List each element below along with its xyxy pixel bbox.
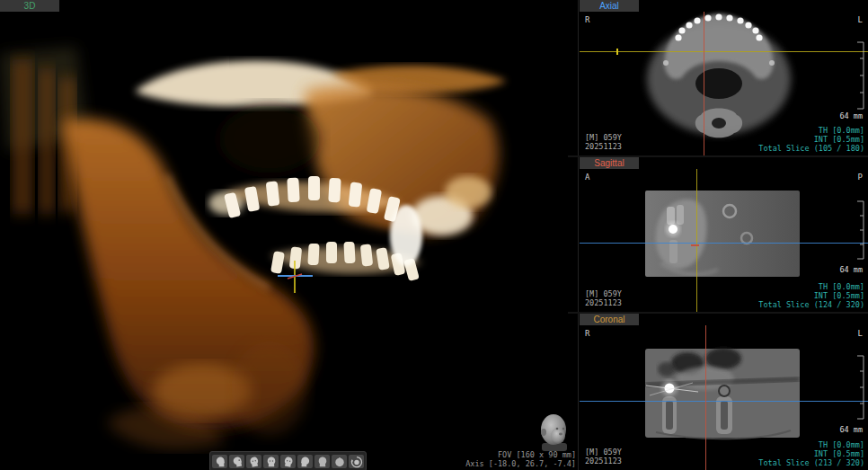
axis-readout: Axis [-18.0, 26.7, -7.4] (465, 460, 576, 469)
total-slice-readout: Total Slice (105 / 180) (758, 144, 864, 153)
cbct-viewer-window: 3D (0, 0, 868, 470)
tab-axial[interactable]: Axial (580, 0, 639, 12)
total-slice-readout: Total Slice (124 / 320) (758, 300, 864, 309)
patient-sex-age: [M] 059Y (585, 289, 622, 298)
sagittal-scale-ruler (856, 200, 867, 260)
orient-head-profile-right-button[interactable] (297, 455, 313, 468)
head-front-icon (265, 456, 278, 468)
total-slice-readout: Total Slice (213 / 320) (758, 458, 864, 467)
tab-coronal-label: Coronal (593, 315, 624, 324)
study-date: 20251123 (585, 298, 622, 307)
thickness-readout: TH [0.0mm] (758, 440, 864, 449)
head-back-icon (316, 456, 329, 468)
reset-rotation-button[interactable] (349, 455, 364, 468)
axial-sagittal-reference-line[interactable] (704, 12, 704, 155)
orient-head-front-tilt-right-button[interactable] (280, 455, 296, 468)
head-front-tilt-right-icon (282, 456, 295, 468)
coronal-slice-readout: TH [0.0mm] INT [0.5mm] Total Slice (213 … (758, 440, 864, 467)
thickness-readout: TH [0.0mm] (758, 126, 864, 135)
orient-head-three-quarter-left-button[interactable] (229, 455, 244, 468)
tab-coronal[interactable]: Coronal (580, 314, 639, 325)
head-three-quarter-left-icon (231, 456, 244, 468)
3d-viewport[interactable]: 3D (0, 0, 580, 470)
head-front-tilt-left-icon (248, 456, 261, 468)
orient-head-back-button[interactable] (314, 455, 330, 468)
orientation-toolbar (209, 451, 367, 470)
coronal-sagittal-reference-line[interactable] (705, 325, 706, 470)
orientation-head-indicator[interactable] (534, 409, 574, 451)
orient-head-front-button[interactable] (263, 455, 279, 468)
patient-sex-age: [M] 059Y (585, 448, 622, 457)
interval-readout: INT [0.5mm] (758, 291, 864, 300)
coronal-axial-reference-line[interactable] (580, 401, 868, 402)
fov-axis-readout: FOV [160 x 90 mm] Axis [-18.0, 26.7, -7.… (465, 451, 576, 468)
axial-reference-tick (616, 49, 618, 55)
sagittal-scale-label: 64 mm (839, 265, 863, 274)
axial-panel[interactable]: Axial R L 64 mm [M] 059Y 20251123 TH [0.… (580, 0, 868, 155)
head-profile-left-icon (214, 456, 226, 468)
orient-head-top-button[interactable] (332, 455, 347, 468)
skull-volume (0, 47, 507, 449)
axial-slice-readout: TH [0.0mm] INT [0.5mm] Total Slice (105 … (758, 126, 864, 153)
coronal-panel[interactable]: Coronal R L 64 mm [M] 059Y 20251123 TH [… (580, 314, 868, 470)
sagittal-reference-tick (691, 244, 699, 246)
sagittal-patient-info: [M] 059Y 20251123 (585, 289, 622, 307)
axial-coronal-reference-line[interactable] (580, 51, 868, 52)
coronal-orientation-left-label: R (585, 329, 589, 338)
patient-sex-age: [M] 059Y (585, 133, 622, 142)
axial-orientation-left-label: R (585, 15, 589, 24)
head-profile-right-icon (299, 456, 312, 468)
orient-head-front-tilt-left-button[interactable] (246, 455, 261, 468)
coronal-scale-label: 64 mm (839, 425, 863, 434)
axial-scale-label: 64 mm (839, 111, 863, 120)
axial-orientation-right-label: L (858, 15, 863, 24)
sagittal-orientation-anterior-label: A (585, 173, 589, 182)
sagittal-slice-readout: TH [0.0mm] INT [0.5mm] Total Slice (124 … (758, 282, 864, 309)
coronal-orientation-right-label: L (858, 329, 863, 338)
sagittal-axial-reference-line[interactable] (580, 243, 868, 244)
tab-3d[interactable]: 3D (0, 0, 59, 12)
thickness-readout: TH [0.0mm] (758, 282, 864, 291)
sagittal-panel[interactable]: Sagittal A P 64 mm [M] 059Y 20251123 TH … (580, 157, 868, 312)
tab-sagittal[interactable]: Sagittal (580, 157, 639, 169)
3d-volume-render (0, 0, 580, 470)
head-top-icon (333, 456, 346, 468)
axial-scale-ruler (856, 41, 867, 110)
orient-head-profile-left-button[interactable] (212, 455, 227, 468)
study-date: 20251123 (585, 142, 622, 151)
sagittal-coronal-reference-line[interactable] (696, 169, 697, 312)
coronal-patient-info: [M] 059Y 20251123 (585, 448, 622, 466)
interval-readout: INT [0.5mm] (758, 135, 864, 144)
axial-patient-info: [M] 059Y 20251123 (585, 133, 622, 151)
sagittal-orientation-posterior-label: P (858, 173, 863, 182)
study-date: 20251123 (585, 457, 622, 466)
coronal-scale-ruler (856, 355, 867, 420)
tab-sagittal-label: Sagittal (594, 158, 624, 168)
tab-3d-label: 3D (24, 0, 36, 12)
interval-readout: INT [0.5mm] (758, 449, 864, 458)
tab-axial-label: Axial (599, 1, 619, 11)
viewport-divider (578, 0, 579, 470)
reset-rotation-icon (350, 456, 363, 468)
